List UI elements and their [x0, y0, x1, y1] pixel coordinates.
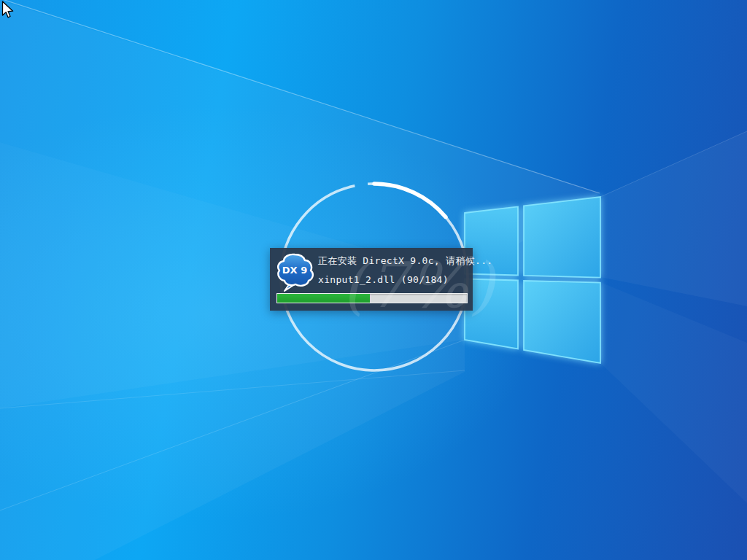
file-progress-text: xinput1_2.dll (90/184)	[318, 274, 449, 285]
desktop-wallpaper: DX 9 正在安装 DirectX 9.0c, 请稍候... xinput1_2…	[0, 0, 747, 560]
progress-bar	[276, 293, 468, 303]
windows-logo-pane-top-right	[524, 197, 600, 278]
arrow-cursor-icon	[1, 1, 16, 20]
status-text: 正在安装 DirectX 9.0c, 请稍候...	[318, 254, 492, 268]
installer-dialog: DX 9 正在安装 DirectX 9.0c, 请稍候... xinput1_2…	[270, 248, 473, 311]
dx9-logo-icon: DX 9	[275, 251, 314, 292]
windows-logo	[465, 197, 600, 363]
windows-logo-pane-bottom-right	[524, 281, 600, 363]
progress-fill	[277, 294, 370, 303]
dx9-logo-label: DX 9	[282, 265, 307, 276]
